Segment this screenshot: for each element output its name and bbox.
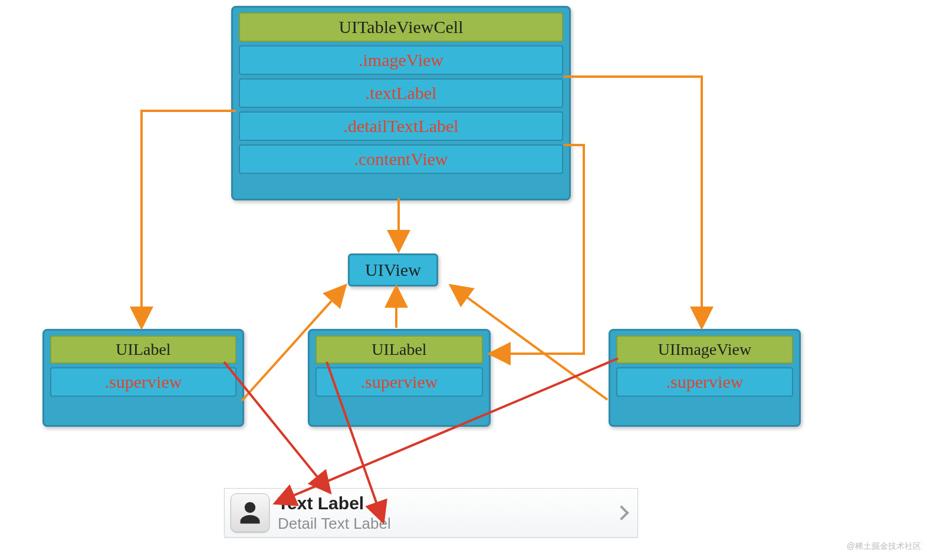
row-detailtextlabel: .detailTextLabel	[239, 111, 563, 141]
uiimageview-superview: .superview	[616, 367, 793, 397]
diagram-stage: UITableViewCell .imageView .textLabel .d…	[0, 0, 927, 560]
row-contentview: .contentView	[239, 144, 563, 174]
cell-detail-text-label: Detail Text Label	[278, 515, 391, 533]
chevron-right-icon	[616, 505, 627, 522]
row-textlabel: .textLabel	[239, 78, 563, 108]
uitableviewcell-title: UITableViewCell	[239, 12, 563, 42]
uilabel-left-box: UILabel .superview	[42, 329, 244, 427]
rendered-cell: Text Label Detail Text Label	[224, 488, 638, 538]
uiview-node: UIView	[348, 253, 438, 286]
uitableviewcell-box: UITableViewCell .imageView .textLabel .d…	[231, 6, 571, 200]
uilabel-left-title: UILabel	[50, 335, 236, 364]
cell-text-label: Text Label	[278, 493, 364, 513]
uilabel-middle-box: UILabel .superview	[308, 329, 491, 427]
row-imageview: .imageView	[239, 45, 563, 75]
uiimageview-title: UIImageView	[616, 335, 793, 364]
watermark-text: @稀土掘金技术社区	[847, 541, 921, 552]
uilabel-middle-superview: .superview	[315, 367, 483, 397]
uilabel-middle-title: UILabel	[315, 335, 483, 364]
uilabel-left-superview: .superview	[50, 367, 236, 397]
uiview-label: UIView	[365, 260, 421, 279]
avatar-icon	[231, 493, 269, 532]
uiimageview-box: UIImageView .superview	[609, 329, 801, 427]
